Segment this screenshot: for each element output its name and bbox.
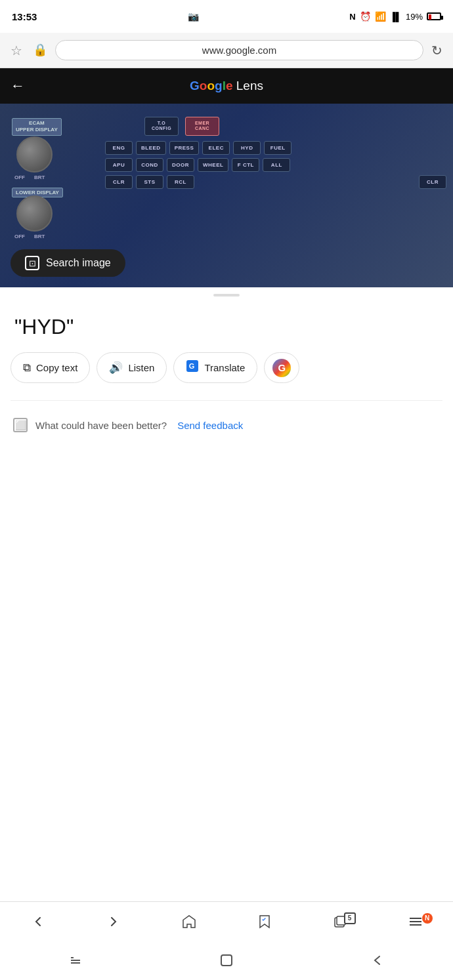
ecam-panel: ECAMUPPER DISPLAY OFF BRT LOWER DISPLAY … [0,104,453,287]
copy-icon: ⧉ [23,361,31,375]
apu-btn: APU [105,158,133,172]
upper-knob-off: OFF [14,174,25,180]
bleed-btn: BLEED [136,141,166,155]
eng-btn: ENG [105,141,133,155]
google-g-icon: G [272,359,291,377]
nav-back-button[interactable] [18,914,58,929]
send-feedback-link[interactable]: Send feedback [177,420,243,431]
copy-text-button[interactable]: ⧉ Copy text [11,352,90,383]
to-config-btn: T.OCONFIG [144,117,179,136]
button-grid: T.OCONFIG EMERCANC ENG BLEED PRESS ELEC … [105,117,446,192]
feedback-row: ⬜ What could have been better? Send feed… [0,409,453,441]
sts-btn: STS [136,175,163,189]
copy-text-label: Copy text [36,362,77,373]
search-image-button[interactable]: ⊡ Search image [11,249,125,277]
ecam-upper-label: ECAMUPPER DISPLAY [12,118,62,136]
android-back-button[interactable] [358,941,397,980]
browser-bar: ☆ 🔒 www.google.com ↻ [0,33,453,68]
hyd-btn: HYD [233,141,261,155]
image-area: ECAMUPPER DISPLAY OFF BRT LOWER DISPLAY … [0,104,453,287]
wifi-icon: 📶 [375,11,386,22]
browser-favorite-lock: ☆ 🔒 [11,43,47,58]
google-search-button[interactable]: G [264,352,299,383]
nav-forward-button[interactable] [94,914,133,929]
screenshot-icon: 📷 [188,11,199,22]
lower-knob [16,195,53,232]
lens-title: Google Lens [190,79,263,93]
feedback-question: What could have been better? [35,420,167,431]
elec-btn: ELEC [202,141,230,155]
nfc-icon: N [349,12,355,22]
search-image-label: Search image [46,257,111,269]
translate-label: Translate [204,362,245,373]
android-home-button[interactable] [207,941,246,980]
translate-icon: G [186,359,199,376]
status-time: 13:53 [12,11,37,22]
action-row: ⧉ Copy text 🔊 Listen G Translate G [0,343,453,392]
menu-notification-badge: N [422,913,433,924]
android-nav [0,941,453,980]
lower-knob-off: OFF [14,234,25,239]
lower-knob-brt: BRT [34,234,45,239]
alarm-icon: ⏰ [360,11,371,22]
nav-menu-button[interactable]: N [396,913,435,930]
tabs-count-badge: 5 [344,912,356,924]
translate-button[interactable]: G Translate [173,352,257,383]
nav-bookmark-button[interactable] [245,914,284,929]
divider [11,400,442,401]
menu-badge-label: N [425,914,429,922]
feedback-icon: ⬜ [13,418,28,432]
door-btn: DOOR [167,158,194,172]
favorite-icon[interactable]: ☆ [11,43,22,58]
button-row-2: APU COND DOOR WHEEL F CTL ALL [105,158,446,172]
lock-icon: 🔒 [33,43,47,58]
press-btn: PRESS [169,141,200,155]
cond-btn: COND [136,158,163,172]
nav-tabs-button[interactable]: 5 [320,914,360,929]
speaker-icon: 🔊 [109,361,123,375]
battery-icon [427,12,441,20]
wheel-btn: WHEEL [198,158,228,172]
listen-label: Listen [128,362,154,373]
fuel-btn: FUEL [264,141,291,155]
svg-rect-10 [221,955,232,966]
button-row-3: CLR STS RCL CLR [105,175,446,189]
bottom-sheet: "HYD" ⧉ Copy text 🔊 Listen G Translate [0,294,453,491]
lens-header: ← Google Lens [0,68,453,104]
browser-url[interactable]: www.google.com [55,40,423,60]
all-btn: ALL [263,158,290,172]
clr-btn-right: CLR [419,175,446,189]
status-icons: N ⏰ 📶 ▐▌ 19% [349,11,441,22]
sheet-handle [213,294,240,296]
search-image-icon: ⊡ [25,256,39,270]
fctl-btn: F CTL [232,158,259,172]
nav-home-button[interactable] [169,914,209,929]
rcl-btn: RCL [167,175,194,189]
listen-button[interactable]: 🔊 Listen [97,352,167,383]
svg-text:G: G [189,362,195,370]
refresh-icon[interactable]: ↻ [431,43,442,58]
emer-canc-btn: EMERCANC [185,117,219,136]
clr-btn-left: CLR [105,175,133,189]
upper-knob [16,136,53,173]
android-recents-button[interactable] [56,941,95,980]
status-bar: 13:53 📷 N ⏰ 📶 ▐▌ 19% [0,0,453,33]
signal-icon: ▐▌ [390,12,402,22]
button-row-1: ENG BLEED PRESS ELEC HYD FUEL [105,141,446,155]
back-button[interactable]: ← [11,77,25,94]
result-text: "HYD" [0,307,453,343]
upper-knob-brt: BRT [34,174,45,180]
battery-text: 19% [406,12,423,22]
browser-nav: 5 N [0,901,453,941]
